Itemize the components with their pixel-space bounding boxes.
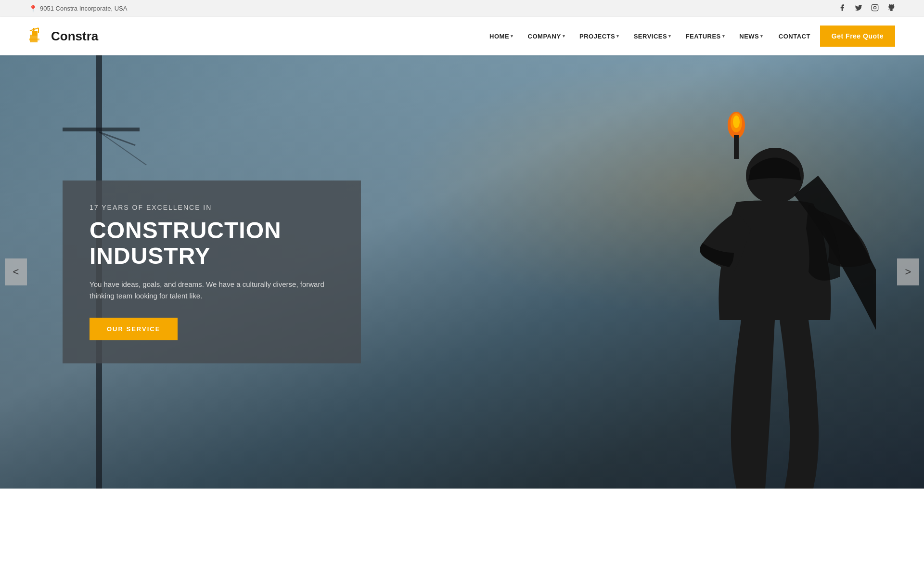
hero-content: 17 YEARS OF EXCELLENCE IN CONSTRUCTION I… — [63, 180, 361, 363]
svg-rect-0 — [872, 4, 878, 11]
hero-description: You have ideas, goals, and dreams. We ha… — [90, 279, 334, 303]
svg-rect-12 — [734, 135, 739, 159]
address-bar: 📍 9051 Constra Incorporate, USA — [29, 5, 127, 13]
social-links — [838, 4, 895, 13]
nav-home[interactable]: HOME ▾ — [484, 29, 519, 44]
header: Constra HOME ▾ COMPANY ▾ PROJECTS ▾ SERV… — [0, 17, 924, 55]
svg-point-11 — [733, 116, 740, 128]
logo-icon — [29, 26, 47, 47]
facebook-icon[interactable] — [838, 4, 846, 13]
location-icon: 📍 — [29, 5, 37, 13]
slider-prev-button[interactable]: < — [5, 258, 27, 285]
chevron-down-icon: ▾ — [616, 34, 619, 39]
nav-contact[interactable]: CONTACT — [772, 29, 817, 44]
hero-section: 17 YEARS OF EXCELLENCE IN CONSTRUCTION I… — [0, 55, 924, 489]
slider-next-button[interactable]: > — [897, 258, 919, 285]
chevron-down-icon: ▾ — [668, 34, 671, 39]
main-nav: HOME ▾ COMPANY ▾ PROJECTS ▾ SERVICES ▾ F… — [484, 26, 895, 47]
our-service-button[interactable]: OUR SERVICE — [90, 318, 178, 340]
instagram-icon[interactable] — [871, 4, 879, 13]
svg-rect-5 — [29, 39, 39, 40]
chevron-down-icon: ▾ — [722, 34, 725, 39]
svg-point-1 — [873, 6, 876, 9]
logo-text: Constra — [51, 29, 98, 44]
svg-rect-4 — [32, 31, 38, 36]
nav-projects[interactable]: PROJECTS ▾ — [574, 29, 625, 44]
chevron-down-icon: ▾ — [563, 34, 565, 39]
chevron-down-icon: ▾ — [760, 34, 763, 39]
github-icon[interactable] — [887, 4, 895, 13]
top-bar: 📍 9051 Constra Incorporate, USA — [0, 0, 924, 17]
nav-company[interactable]: COMPANY ▾ — [522, 29, 571, 44]
twitter-icon[interactable] — [855, 4, 862, 13]
hero-title: CONSTRUCTION INDUSTRY — [90, 218, 334, 269]
nav-news[interactable]: NEWS ▾ — [733, 29, 769, 44]
worker-silhouette — [587, 79, 876, 489]
logo[interactable]: Constra — [29, 26, 98, 47]
get-quote-button[interactable]: Get Free Quote — [820, 26, 895, 47]
nav-services[interactable]: SERVICES ▾ — [628, 29, 677, 44]
nav-features[interactable]: FEATURES ▾ — [680, 29, 731, 44]
svg-point-2 — [876, 6, 877, 6]
address-text: 9051 Constra Incorporate, USA — [40, 5, 127, 12]
hero-subtitle: 17 YEARS OF EXCELLENCE IN — [90, 204, 334, 211]
chevron-down-icon: ▾ — [511, 34, 513, 39]
